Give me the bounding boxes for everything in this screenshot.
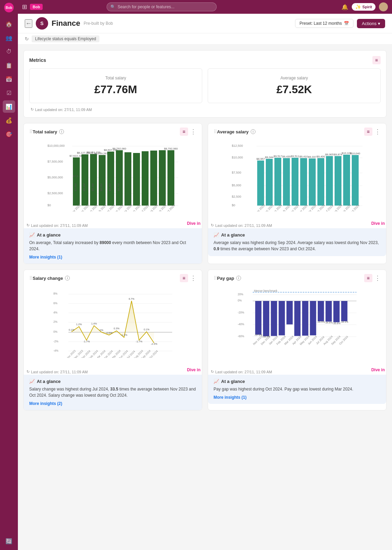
avg-salary-chart-title: Average salary i xyxy=(217,129,255,134)
svg-text:$2,500,000: $2,500,000 xyxy=(47,191,63,195)
avg-salary-filter-button[interactable]: ≡ xyxy=(364,128,372,136)
avg-salary-dive-in[interactable]: Dive in xyxy=(371,221,385,226)
bar-nov2023 xyxy=(73,157,80,206)
bar-jan2024 xyxy=(90,154,97,206)
svg-text:$10,000: $10,000 xyxy=(232,156,243,159)
svg-text:$0: $0 xyxy=(47,204,51,207)
sidebar-item-analytics[interactable]: 📊 xyxy=(3,100,15,113)
salary-change-glance-text: Salary change was highest during Jul 202… xyxy=(29,386,196,398)
bar-avg-oct2024 xyxy=(352,155,359,206)
total-salary-dive-in[interactable]: Dive in xyxy=(187,221,200,226)
page-subtitle: Pre-built by Bob xyxy=(84,21,113,26)
back-button[interactable]: ← xyxy=(25,19,32,28)
svg-text:$8,6M: $8,6M xyxy=(108,184,111,191)
svg-text:0%: 0% xyxy=(53,330,57,333)
bar-pg-nov2023 xyxy=(255,301,261,335)
salary-change-chart-header: ⠿ Salary change i ≡ ⋮ xyxy=(24,270,202,286)
sidebar-item-refresh[interactable]: 🔄 xyxy=(3,535,15,547)
total-salary-at-a-glance: 📈 At a glance On average, Total salary i… xyxy=(24,228,202,264)
total-salary-chart-header: ⠿ Total salary i ≡ ⋮ xyxy=(24,123,202,140)
search-bar[interactable]: 🔍 Search for people or features... xyxy=(107,2,217,11)
pay-gap-more-button[interactable]: ⋮ xyxy=(374,274,381,282)
bar-avg-apr2024 xyxy=(300,158,307,206)
svg-text:-20%: -20% xyxy=(238,311,244,314)
svg-text:$9,439: $9,439 xyxy=(282,155,291,158)
svg-marker-86 xyxy=(72,301,154,343)
sidebar-item-calendar[interactable]: 📅 xyxy=(3,73,15,85)
sidebar-item-docs[interactable]: 📋 xyxy=(3,59,15,72)
avg-salary-chart-card: ⠿ Average salary i ≡ ⋮ $12,500 $10,000 $… xyxy=(208,123,386,264)
actions-button[interactable]: Actions ▾ xyxy=(357,19,385,28)
pay-gap-updated: ↻ Last updated on: 27/11, 11:09 AM xyxy=(209,370,273,374)
svg-text:1.2%: 1.2% xyxy=(76,323,82,326)
preset-button[interactable]: Preset: Last 12 months 📅 xyxy=(295,19,353,28)
salary-change-dive-in[interactable]: Dive in xyxy=(187,367,200,372)
svg-text:$8,957: $8,957 xyxy=(257,157,265,161)
sidebar-item-tasks[interactable]: ☑ xyxy=(3,87,15,99)
metrics-title: Metrics xyxy=(29,57,46,63)
svg-text:-2%: -2% xyxy=(53,340,58,343)
svg-text:20%: 20% xyxy=(238,293,243,296)
sidebar-item-time[interactable]: ⏱ xyxy=(3,45,15,58)
avg-salary-updated: ↻ Last updated on: 27/11, 11:09 AM xyxy=(209,223,273,228)
pay-gap-more-insights[interactable]: More insights (1) xyxy=(214,395,381,400)
total-salary-more-insights[interactable]: More insights (1) xyxy=(29,255,196,260)
bar-avg-jan2024 xyxy=(274,158,281,206)
svg-text:$9,337: $9,337 xyxy=(308,155,317,158)
bar-jun2024 xyxy=(133,153,140,206)
svg-text:$9,517: $9,517 xyxy=(274,155,282,158)
user-avatar[interactable] xyxy=(379,2,388,11)
svg-text:-60%: -60% xyxy=(238,335,244,338)
metrics-filter-button[interactable]: ≡ xyxy=(372,56,381,64)
svg-text:$8,1M: $8,1M xyxy=(83,184,86,191)
calendar-icon: 📅 xyxy=(344,21,349,26)
spirit-label: Spirit xyxy=(362,5,372,9)
topnav: ⊞ Bob 🔍 Search for people or features...… xyxy=(18,0,392,14)
filter-tag[interactable]: Lifecycle status equals Employed xyxy=(32,35,99,42)
bar-mar2024 xyxy=(107,152,114,206)
total-salary-chart-title: Total salary i xyxy=(33,129,64,134)
total-salary-more-button[interactable]: ⋮ xyxy=(190,128,196,136)
salary-change-more-button[interactable]: ⋮ xyxy=(190,274,196,282)
pay-gap-glance-title: 📈 At a glance xyxy=(214,379,381,384)
svg-text:$7,500,000: $7,500,000 xyxy=(47,160,63,163)
pay-gap-info-icon[interactable]: i xyxy=(236,276,241,280)
avg-salary-value: £7.52K xyxy=(215,83,373,96)
sidebar-item-goals[interactable]: 🎯 xyxy=(3,128,15,140)
pay-gap-filter-button[interactable]: ≡ xyxy=(364,274,372,282)
refresh-small-icon: ↻ xyxy=(26,223,30,228)
svg-text:$9,874: $9,874 xyxy=(334,153,342,156)
filter-refresh-icon[interactable]: ↻ xyxy=(25,36,29,42)
total-salary-svg: $10,000,000 $7,500,000 $5,000,000 $2,500… xyxy=(29,143,196,211)
salary-change-info-icon[interactable]: i xyxy=(65,276,70,280)
bar-avg-may2024 xyxy=(309,158,316,206)
total-salary-label: Total salary xyxy=(36,76,195,80)
sidebar-item-home[interactable]: 🏠 xyxy=(3,18,15,30)
total-salary-filter-button[interactable]: ≡ xyxy=(180,128,188,136)
bar-avg-jun2024 xyxy=(317,158,324,206)
total-salary-glance-title: 📈 At a glance xyxy=(29,232,196,238)
salary-change-filter-button[interactable]: ≡ xyxy=(180,274,188,282)
spirit-button[interactable]: ✨ Spirit xyxy=(352,3,375,11)
salary-change-more-insights[interactable]: More insights (2) xyxy=(29,401,196,406)
avg-salary-last-updated-row: ↻ Last updated on: 27/11, 11:09 AM Dive … xyxy=(208,217,386,228)
total-salary-info-icon[interactable]: i xyxy=(59,129,64,134)
pay-gap-last-updated-row: ↻ Last updated on: 27/11, 11:09 AM Dive … xyxy=(208,363,386,375)
salary-change-last-updated-row: ↻ Last updated on: 27/11, 11:09 AM Dive … xyxy=(24,363,202,375)
refresh-small-icon2: ↻ xyxy=(211,223,214,228)
svg-text:-2.3%: -2.3% xyxy=(151,342,158,345)
svg-text:$0: $0 xyxy=(232,204,235,207)
bar-feb2024 xyxy=(99,155,106,206)
apps-grid-icon[interactable]: ⊞ xyxy=(22,3,27,11)
pay-gap-svg: 20% 0% -20% -40% -60% Mercer benchmark xyxy=(214,289,381,358)
pay-gap-chart-header: ⠿ Pay gap i ≡ ⋮ xyxy=(208,270,386,286)
pay-gap-dive-in[interactable]: Dive in xyxy=(371,367,385,372)
bar-aug2024 xyxy=(150,151,157,206)
svg-text:$8,0M: $8,0M xyxy=(100,184,103,191)
notification-bell-icon[interactable]: 🔔 xyxy=(341,4,348,10)
sidebar-item-people[interactable]: 👥 xyxy=(3,32,15,44)
avg-salary-info-icon[interactable]: i xyxy=(251,129,255,134)
bar-apr2024 xyxy=(116,150,123,206)
avg-salary-more-button[interactable]: ⋮ xyxy=(374,128,381,136)
sidebar-item-finance[interactable]: 💰 xyxy=(3,114,15,126)
